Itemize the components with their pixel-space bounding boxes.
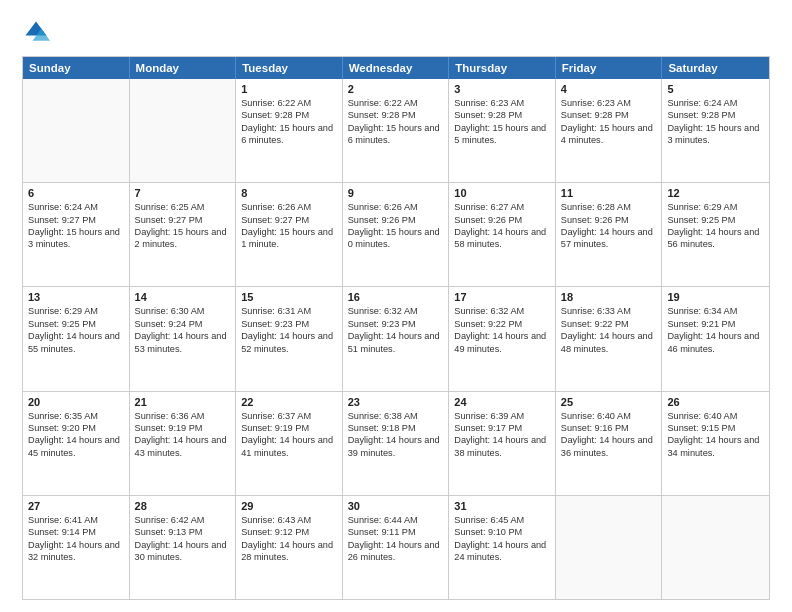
daylight-text: Daylight: 15 hours and 1 minute.	[241, 226, 337, 251]
day-number: 12	[667, 187, 764, 199]
sunrise-text: Sunrise: 6:33 AM	[561, 305, 657, 317]
calendar-cell: 11Sunrise: 6:28 AMSunset: 9:26 PMDayligh…	[556, 183, 663, 286]
calendar-cell	[556, 496, 663, 599]
sunrise-text: Sunrise: 6:25 AM	[135, 201, 231, 213]
weekday-header: Wednesday	[343, 57, 450, 79]
sunrise-text: Sunrise: 6:41 AM	[28, 514, 124, 526]
sunset-text: Sunset: 9:10 PM	[454, 526, 550, 538]
daylight-text: Daylight: 15 hours and 6 minutes.	[241, 122, 337, 147]
calendar-cell: 27Sunrise: 6:41 AMSunset: 9:14 PMDayligh…	[23, 496, 130, 599]
weekday-header: Thursday	[449, 57, 556, 79]
sunrise-text: Sunrise: 6:34 AM	[667, 305, 764, 317]
day-number: 18	[561, 291, 657, 303]
sunrise-text: Sunrise: 6:31 AM	[241, 305, 337, 317]
daylight-text: Daylight: 14 hours and 32 minutes.	[28, 539, 124, 564]
day-number: 20	[28, 396, 124, 408]
sunrise-text: Sunrise: 6:43 AM	[241, 514, 337, 526]
daylight-text: Daylight: 14 hours and 49 minutes.	[454, 330, 550, 355]
calendar-cell	[130, 79, 237, 182]
day-number: 27	[28, 500, 124, 512]
calendar-cell: 3Sunrise: 6:23 AMSunset: 9:28 PMDaylight…	[449, 79, 556, 182]
sunset-text: Sunset: 9:28 PM	[454, 109, 550, 121]
day-number: 15	[241, 291, 337, 303]
sunset-text: Sunset: 9:22 PM	[454, 318, 550, 330]
day-number: 29	[241, 500, 337, 512]
day-number: 7	[135, 187, 231, 199]
calendar-cell: 17Sunrise: 6:32 AMSunset: 9:22 PMDayligh…	[449, 287, 556, 390]
daylight-text: Daylight: 14 hours and 51 minutes.	[348, 330, 444, 355]
daylight-text: Daylight: 14 hours and 24 minutes.	[454, 539, 550, 564]
calendar-row: 13Sunrise: 6:29 AMSunset: 9:25 PMDayligh…	[23, 286, 769, 390]
sunset-text: Sunset: 9:23 PM	[348, 318, 444, 330]
day-number: 28	[135, 500, 231, 512]
daylight-text: Daylight: 14 hours and 43 minutes.	[135, 434, 231, 459]
day-number: 24	[454, 396, 550, 408]
daylight-text: Daylight: 15 hours and 2 minutes.	[135, 226, 231, 251]
calendar-row: 6Sunrise: 6:24 AMSunset: 9:27 PMDaylight…	[23, 182, 769, 286]
day-number: 2	[348, 83, 444, 95]
sunrise-text: Sunrise: 6:24 AM	[28, 201, 124, 213]
day-number: 3	[454, 83, 550, 95]
day-number: 5	[667, 83, 764, 95]
day-number: 1	[241, 83, 337, 95]
sunset-text: Sunset: 9:27 PM	[135, 214, 231, 226]
daylight-text: Daylight: 14 hours and 28 minutes.	[241, 539, 337, 564]
sunrise-text: Sunrise: 6:44 AM	[348, 514, 444, 526]
calendar-cell: 8Sunrise: 6:26 AMSunset: 9:27 PMDaylight…	[236, 183, 343, 286]
calendar-cell: 18Sunrise: 6:33 AMSunset: 9:22 PMDayligh…	[556, 287, 663, 390]
sunset-text: Sunset: 9:26 PM	[348, 214, 444, 226]
daylight-text: Daylight: 14 hours and 38 minutes.	[454, 434, 550, 459]
day-number: 21	[135, 396, 231, 408]
sunset-text: Sunset: 9:27 PM	[28, 214, 124, 226]
calendar-cell: 26Sunrise: 6:40 AMSunset: 9:15 PMDayligh…	[662, 392, 769, 495]
daylight-text: Daylight: 14 hours and 53 minutes.	[135, 330, 231, 355]
calendar-cell: 4Sunrise: 6:23 AMSunset: 9:28 PMDaylight…	[556, 79, 663, 182]
calendar-cell: 28Sunrise: 6:42 AMSunset: 9:13 PMDayligh…	[130, 496, 237, 599]
sunrise-text: Sunrise: 6:27 AM	[454, 201, 550, 213]
day-number: 31	[454, 500, 550, 512]
day-number: 11	[561, 187, 657, 199]
calendar-cell: 2Sunrise: 6:22 AMSunset: 9:28 PMDaylight…	[343, 79, 450, 182]
sunset-text: Sunset: 9:19 PM	[135, 422, 231, 434]
sunrise-text: Sunrise: 6:42 AM	[135, 514, 231, 526]
sunset-text: Sunset: 9:27 PM	[241, 214, 337, 226]
sunrise-text: Sunrise: 6:29 AM	[28, 305, 124, 317]
sunrise-text: Sunrise: 6:36 AM	[135, 410, 231, 422]
calendar-cell: 10Sunrise: 6:27 AMSunset: 9:26 PMDayligh…	[449, 183, 556, 286]
calendar-body: 1Sunrise: 6:22 AMSunset: 9:28 PMDaylight…	[23, 79, 769, 599]
calendar-cell	[23, 79, 130, 182]
calendar-cell: 19Sunrise: 6:34 AMSunset: 9:21 PMDayligh…	[662, 287, 769, 390]
day-number: 8	[241, 187, 337, 199]
calendar-cell: 6Sunrise: 6:24 AMSunset: 9:27 PMDaylight…	[23, 183, 130, 286]
sunrise-text: Sunrise: 6:26 AM	[241, 201, 337, 213]
weekday-header: Tuesday	[236, 57, 343, 79]
daylight-text: Daylight: 14 hours and 58 minutes.	[454, 226, 550, 251]
sunset-text: Sunset: 9:26 PM	[454, 214, 550, 226]
sunset-text: Sunset: 9:17 PM	[454, 422, 550, 434]
calendar-cell: 13Sunrise: 6:29 AMSunset: 9:25 PMDayligh…	[23, 287, 130, 390]
daylight-text: Daylight: 15 hours and 0 minutes.	[348, 226, 444, 251]
sunset-text: Sunset: 9:28 PM	[561, 109, 657, 121]
sunrise-text: Sunrise: 6:32 AM	[348, 305, 444, 317]
sunset-text: Sunset: 9:11 PM	[348, 526, 444, 538]
sunrise-text: Sunrise: 6:22 AM	[348, 97, 444, 109]
day-number: 16	[348, 291, 444, 303]
calendar-cell: 14Sunrise: 6:30 AMSunset: 9:24 PMDayligh…	[130, 287, 237, 390]
sunset-text: Sunset: 9:25 PM	[667, 214, 764, 226]
day-number: 19	[667, 291, 764, 303]
daylight-text: Daylight: 14 hours and 39 minutes.	[348, 434, 444, 459]
sunset-text: Sunset: 9:14 PM	[28, 526, 124, 538]
sunrise-text: Sunrise: 6:29 AM	[667, 201, 764, 213]
sunrise-text: Sunrise: 6:28 AM	[561, 201, 657, 213]
calendar-cell: 7Sunrise: 6:25 AMSunset: 9:27 PMDaylight…	[130, 183, 237, 286]
sunrise-text: Sunrise: 6:26 AM	[348, 201, 444, 213]
calendar-cell	[662, 496, 769, 599]
daylight-text: Daylight: 15 hours and 3 minutes.	[667, 122, 764, 147]
weekday-header: Sunday	[23, 57, 130, 79]
sunset-text: Sunset: 9:20 PM	[28, 422, 124, 434]
sunset-text: Sunset: 9:28 PM	[241, 109, 337, 121]
sunrise-text: Sunrise: 6:24 AM	[667, 97, 764, 109]
day-number: 13	[28, 291, 124, 303]
weekday-header: Monday	[130, 57, 237, 79]
calendar-cell: 21Sunrise: 6:36 AMSunset: 9:19 PMDayligh…	[130, 392, 237, 495]
